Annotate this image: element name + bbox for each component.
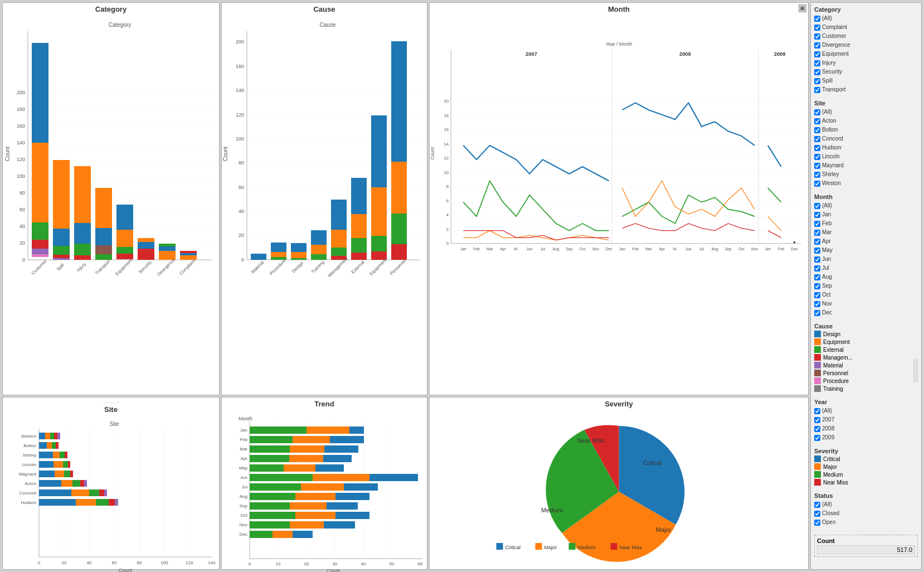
year-filter-2007[interactable]: 2007	[814, 415, 918, 424]
personnel-color	[814, 370, 821, 376]
svg-text:Mar: Mar	[487, 247, 493, 251]
month-filter-apr[interactable]: Apr	[814, 237, 918, 246]
month-filter-dec[interactable]: Dec	[814, 308, 918, 317]
month-filter-oct[interactable]: Oct	[814, 290, 918, 299]
month-filter-feb[interactable]: Feb	[814, 219, 918, 228]
svg-text:8: 8	[446, 184, 449, 189]
svg-rect-290	[290, 502, 327, 510]
month-filter-title: Month	[814, 193, 918, 200]
svg-text:2: 2	[446, 227, 449, 232]
year-filter-section: Year (All) 2007 2008 2009	[814, 399, 918, 442]
status-filter-title: Status	[814, 492, 918, 499]
svg-text:Sep: Sep	[566, 247, 572, 251]
year-filter-2009[interactable]: 2009	[814, 433, 918, 442]
svg-rect-231	[99, 489, 104, 496]
year-filter-title: Year	[814, 399, 918, 405]
category-filter-equipment[interactable]: Equipment	[814, 50, 918, 59]
procedure-color	[814, 377, 821, 384]
svg-text:Customer: Customer	[31, 259, 48, 276]
svg-rect-212	[39, 461, 54, 468]
management-color	[814, 354, 821, 361]
svg-rect-27	[32, 240, 48, 249]
category-filter-customer[interactable]: Customer	[814, 32, 918, 41]
site-filter-weston[interactable]: Weston	[814, 179, 918, 188]
site-filter-concord[interactable]: Concord	[814, 134, 918, 143]
svg-text:20: 20	[62, 560, 67, 565]
svg-rect-291	[327, 502, 358, 510]
status-filter-all[interactable]: (All)	[814, 500, 918, 509]
svg-text:140: 140	[236, 88, 244, 93]
svg-rect-278	[313, 474, 369, 481]
year-filter-2008[interactable]: 2008	[814, 424, 918, 433]
month-filter-may[interactable]: May	[814, 246, 918, 255]
svg-rect-298	[290, 521, 324, 529]
month-filter-jan[interactable]: Jan	[814, 210, 918, 219]
category-filter-all[interactable]: (All)	[814, 14, 918, 23]
svg-text:200: 200	[17, 90, 25, 95]
month-filter-jul[interactable]: Jul	[814, 264, 918, 273]
status-filter-open[interactable]: Open	[814, 518, 918, 527]
svg-text:Count: Count	[430, 147, 435, 159]
svg-text:Material: Material	[250, 260, 265, 275]
svg-rect-310	[536, 543, 542, 550]
category-filter-spill[interactable]: Spill	[814, 76, 918, 85]
month-filter-aug[interactable]: Aug	[814, 273, 918, 282]
svg-text:140: 140	[208, 560, 216, 565]
svg-rect-62	[180, 251, 197, 253]
svg-text:Acton: Acton	[25, 481, 36, 486]
svg-rect-101	[331, 248, 347, 256]
svg-text:0: 0	[22, 257, 25, 263]
cause-legend-management: Managem...	[814, 354, 918, 361]
month-filter-sep[interactable]: Sep	[814, 282, 918, 290]
svg-rect-52	[138, 249, 154, 260]
count-section: Count 517.0	[814, 535, 918, 557]
site-filter-hudson[interactable]: Hudson	[814, 143, 918, 152]
category-filter-divergence[interactable]: Divergence	[814, 41, 918, 50]
svg-rect-61	[180, 253, 197, 255]
svg-text:Procedure: Procedure	[269, 258, 287, 277]
svg-rect-285	[250, 493, 295, 500]
month-chart: Month ⊞ Year / Month 0 2 4 6 8 10 12 14	[429, 2, 809, 395]
svg-text:Sep: Sep	[240, 503, 248, 508]
svg-rect-263	[330, 436, 364, 443]
svg-rect-293	[250, 512, 295, 519]
category-chart: Category Count 0 20 40 60 80 100 120 140	[2, 2, 220, 395]
svg-rect-28	[32, 249, 48, 254]
month-filter-nov[interactable]: Nov	[814, 299, 918, 308]
category-filter-transport[interactable]: Transport	[814, 85, 918, 94]
svg-text:20: 20	[239, 232, 244, 238]
expand-button[interactable]: ⊞	[799, 4, 806, 12]
svg-rect-38	[74, 223, 91, 244]
site-filter-bolton[interactable]: Bolton	[814, 125, 918, 134]
year-filter-all[interactable]: (All)	[814, 406, 918, 415]
svg-rect-88	[271, 252, 286, 257]
site-filter-acton[interactable]: Acton	[814, 117, 918, 125]
svg-rect-35	[53, 258, 70, 260]
status-filter-section: Status (All) Closed Open	[814, 492, 918, 527]
cause-scrollbar[interactable]	[913, 360, 918, 382]
svg-rect-54	[138, 238, 154, 242]
month-filter-all[interactable]: (All)	[814, 201, 918, 210]
category-filter-injury[interactable]: Injury	[814, 59, 918, 67]
svg-rect-286	[295, 493, 335, 500]
site-filter-all[interactable]: (All)	[814, 108, 918, 117]
status-filter-closed[interactable]: Closed	[814, 509, 918, 518]
cause-legend-equipment: Equipment	[814, 338, 918, 345]
category-filter-complaint[interactable]: Complaint	[814, 23, 918, 32]
svg-rect-92	[291, 252, 307, 258]
site-filter-shirley[interactable]: Shirley	[814, 170, 918, 179]
svg-rect-215	[68, 461, 70, 468]
svg-text:Apr: Apr	[659, 247, 665, 251]
month-filter-mar[interactable]: Mar	[814, 228, 918, 237]
svg-text:Near Miss: Near Miss	[577, 437, 605, 444]
svg-text:Medium: Medium	[578, 545, 596, 550]
filter-sidebar: Category (All) Complaint Customer Diverg…	[810, 2, 922, 570]
category-filter-security[interactable]: Security	[814, 67, 918, 76]
month-filter-jun[interactable]: Jun	[814, 255, 918, 264]
site-filter-lincoln[interactable]: Lincoln	[814, 152, 918, 161]
svg-rect-24	[32, 43, 48, 143]
svg-rect-44	[95, 245, 112, 254]
site-filter-maynard[interactable]: Maynard	[814, 161, 918, 170]
severity-title: Severity	[430, 398, 808, 409]
svg-text:60: 60	[418, 561, 423, 566]
